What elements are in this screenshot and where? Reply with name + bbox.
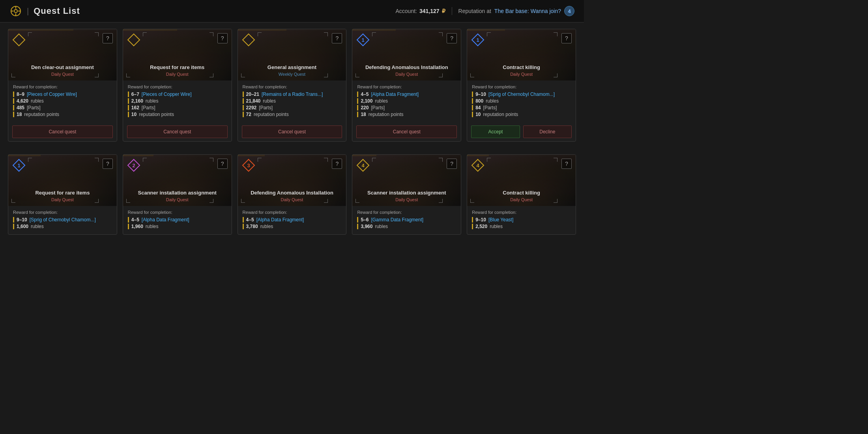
help-button[interactable]: ? <box>332 33 342 43</box>
cancel-button[interactable]: Cancel quest <box>242 125 342 138</box>
reward-bar <box>243 92 244 97</box>
quest-name: Contract killing <box>471 190 572 196</box>
quest-rank-icon: 4 <box>471 159 485 172</box>
reward-item-name: reputation points <box>139 112 174 117</box>
card-image-area: 4 ? Contract killing Daily Quest <box>467 155 576 206</box>
reward-item: 2,160 rubles <box>128 98 227 104</box>
corner-tr <box>95 32 99 36</box>
reward-item-name: rubles <box>146 224 159 229</box>
quest-type: Daily Quest <box>471 197 572 202</box>
cancel-button[interactable]: Cancel quest <box>12 125 113 138</box>
reward-item-name: reputation points <box>254 112 289 117</box>
reward-item-name: rubles <box>375 98 388 104</box>
accept-button[interactable]: Accept <box>471 125 520 138</box>
decline-button[interactable]: Decline <box>523 125 572 138</box>
reward-amount: 84 <box>475 105 481 110</box>
quest-body: Reward for completion: 6–7 [Pieces of Co… <box>123 80 232 122</box>
quest-type: Daily Quest <box>356 197 457 202</box>
corner-tl <box>487 158 491 162</box>
reward-label: Reward for completion: <box>357 210 456 215</box>
svg-marker-8 <box>243 34 254 46</box>
quest-body: Reward for completion: 9–10 [Sprig of Ch… <box>467 80 576 122</box>
quest-rank-icon: 4 <box>356 159 370 172</box>
reward-item-name: [Parts] <box>259 105 273 110</box>
reward-bar <box>472 217 473 223</box>
reward-label: Reward for completion: <box>243 210 342 215</box>
reward-bar <box>472 105 473 110</box>
reward-item: 9–10 [Sprig of Chernobyl Chamom...] <box>472 92 571 97</box>
quest-card-card-2-1: 1 ? Request for rare items Daily Quest R… <box>8 154 117 235</box>
reward-amount: 9–10 <box>475 92 486 97</box>
quest-grid-row1: ? Den clear-out assignment Daily Quest R… <box>0 22 584 148</box>
quest-body: Reward for completion: 9–10 [Sprig of Ch… <box>8 206 117 234</box>
quest-card-card-2-5: 4 ? Contract killing Daily Quest Reward … <box>467 154 576 235</box>
quest-name-area: Contract killing Daily Quest <box>467 190 576 202</box>
reward-bar <box>357 224 358 229</box>
reward-item: 485 [Parts] <box>13 105 112 110</box>
quest-footer: Cancel quest <box>352 122 461 141</box>
reward-amount: 162 <box>131 105 139 110</box>
card-image-area: 3 ? Defending Anomalous Installation Dai… <box>238 155 346 206</box>
reward-item-name: [Sprig of Chernobyl Chamom...] <box>30 217 96 223</box>
account-value: 341,127 <box>419 8 440 14</box>
svg-text:1: 1 <box>477 37 479 43</box>
reward-item-name: [Sprig of Chernobyl Chamom...] <box>488 92 555 97</box>
reward-bar <box>128 105 129 110</box>
reward-label: Reward for completion: <box>128 84 227 89</box>
help-button[interactable]: ? <box>217 33 228 43</box>
quest-name: Request for rare items <box>127 64 228 71</box>
corner-tl <box>372 32 376 36</box>
help-button[interactable]: ? <box>332 159 342 169</box>
reward-item-name: rubles <box>146 98 159 104</box>
quest-rank-icon: 1 <box>12 159 26 172</box>
quest-name-area: Den clear-out assignment Daily Quest <box>8 64 117 77</box>
quest-type: Daily Quest <box>127 72 228 77</box>
svg-text:2: 2 <box>132 163 135 168</box>
reward-item: 4–5 [Alpha Data Fragment] <box>357 92 456 97</box>
reward-bar <box>357 105 358 110</box>
card-image-area: 1 ? Defending Anomalous Installation Dai… <box>352 29 461 80</box>
cancel-button[interactable]: Cancel quest <box>356 125 457 138</box>
help-button[interactable]: ? <box>447 159 457 169</box>
reputation-level: 4 <box>564 6 574 16</box>
reward-bar <box>128 217 129 223</box>
quest-card-card-1-1: ? Den clear-out assignment Daily Quest R… <box>8 29 117 142</box>
reward-bar <box>128 224 129 229</box>
quest-type: Daily Quest <box>471 72 572 77</box>
reward-item-name: [Gamma Data Fragment] <box>371 217 423 223</box>
quest-type: Daily Quest <box>12 72 113 77</box>
crosshair-icon <box>9 5 22 17</box>
reward-item-name: [Alpha Data Fragment] <box>142 217 189 223</box>
quest-body: Reward for completion: 4–5 [Alpha Data F… <box>238 206 346 234</box>
quest-body: Reward for completion: 5–6 [Gamma Data F… <box>352 206 461 234</box>
help-button[interactable]: ? <box>447 33 457 43</box>
quest-type: Daily Quest <box>12 197 113 202</box>
reward-item: 2,100 rubles <box>357 98 456 104</box>
reward-bar <box>243 224 244 229</box>
reward-bar <box>13 217 14 223</box>
reward-bar <box>243 112 244 117</box>
corner-tr <box>324 158 328 162</box>
corner-tr <box>95 158 99 162</box>
help-button[interactable]: ? <box>103 159 113 169</box>
quest-name-area: Request for rare items Daily Quest <box>8 190 117 202</box>
quest-rank-icon <box>242 33 255 47</box>
cancel-button[interactable]: Cancel quest <box>127 125 228 138</box>
help-button[interactable]: ? <box>217 159 228 169</box>
reward-amount: 3,960 <box>361 224 372 229</box>
corner-tr <box>554 32 557 36</box>
help-button[interactable]: ? <box>561 159 572 169</box>
reward-item-name: [Parts] <box>483 105 497 110</box>
svg-marker-6 <box>13 34 25 46</box>
quest-type: Daily Quest <box>242 197 342 202</box>
help-button[interactable]: ? <box>103 33 113 43</box>
reward-label: Reward for completion: <box>357 84 456 89</box>
reward-item: 4,620 rubles <box>13 98 112 104</box>
corner-tl <box>258 158 262 162</box>
help-button[interactable]: ? <box>561 33 572 43</box>
reward-item: 9–10 [Sprig of Chernobyl Chamom...] <box>13 217 112 223</box>
quest-name: Request for rare items <box>12 190 113 196</box>
quest-rank-icon: 3 <box>242 159 255 172</box>
reward-item: 10 reputation points <box>472 112 571 117</box>
reward-item: 3,960 rubles <box>357 224 456 229</box>
